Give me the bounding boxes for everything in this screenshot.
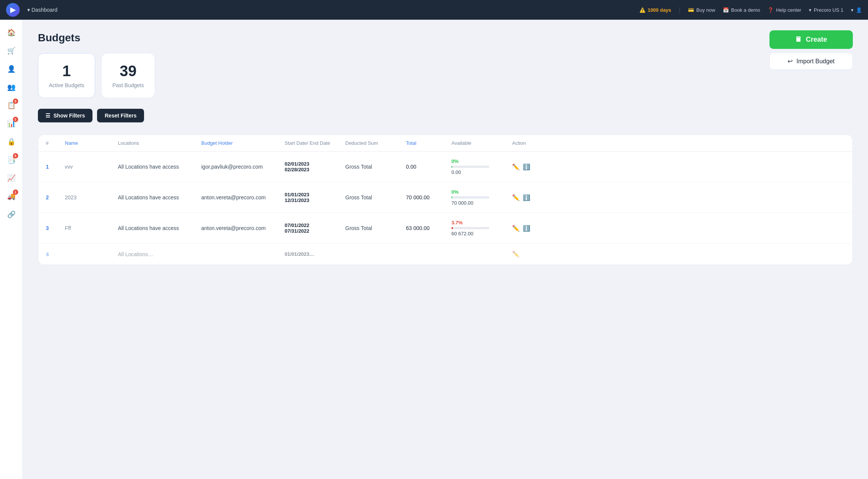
buy-now-link[interactable]: 💳 Buy now [688,7,715,13]
row-1-pct: 0% [451,158,512,164]
row-2-holder: anton.vereta@precoro.com [201,194,285,200]
page-title: Budgets [38,32,853,44]
table-row: 1 vvv All Locations have access igor.pav… [38,152,852,182]
row-3-locations: All Locations have access [118,225,201,231]
info-icon[interactable]: ℹ️ [523,163,530,171]
delivery-badge: 1 [13,189,18,195]
edit-icon[interactable]: ✏️ [512,163,520,171]
row-1-name: vvv [65,164,118,170]
budgets-table: # Name Locations Budget Holder Start Dat… [38,135,853,265]
dashboard-link[interactable]: ▾ Dashboard [27,7,58,13]
row-2-progress-fill [451,196,452,199]
row-2-deducted: Gross Total [345,194,406,200]
row-2-total: 70 000.00 [406,194,451,200]
warning-icon: ⚠️ [639,7,646,13]
info-icon[interactable]: ℹ️ [523,225,530,232]
import-icon: ↩ [788,58,793,65]
row-1-total: 0.00 [406,164,451,170]
row-1-actions: ✏️ ℹ️ [512,163,542,171]
app-logo[interactable]: ▶ [6,3,20,17]
active-count: 1 [49,63,84,80]
filter-icon: ☰ [45,113,50,119]
sidebar-item-integration[interactable]: 🔗 [3,206,20,223]
buy-now-label: Buy now [696,7,715,13]
main-content: Budgets 1 Active Budgets 39 Past Budgets… [23,20,868,479]
sidebar-item-orders[interactable]: 🛒 [3,42,20,59]
row-1-deducted: Gross Total [345,164,406,170]
row-2-dates: 01/01/202312/31/2023 [285,192,345,203]
col-locations: Locations [118,140,201,146]
help-center-link[interactable]: ❓ Help center [768,7,801,13]
row-1-avail-amount: 0.00 [451,169,512,175]
col-deducted-sum: Deducted Sum [345,140,406,146]
active-label: Active Budgets [49,82,84,89]
table-row: 2 2023 All Locations have access anton.v… [38,182,852,213]
sidebar-item-home[interactable]: 🏠 [3,24,20,41]
user-icon: 👤 [856,7,862,13]
row-3-avail-amount: 60 672.00 [451,231,512,236]
row-1-locations: All Locations have access [118,164,201,170]
sidebar-item-analytics[interactable]: 📊2 [3,115,20,132]
reset-filters-button[interactable]: Reset Filters [97,109,144,122]
col-name[interactable]: Name [65,140,118,146]
sidebar-item-users[interactable]: 👤 [3,61,20,77]
row-2-name: 2023 [65,194,118,200]
show-filters-button[interactable]: ☰ Show Filters [38,109,92,122]
user-profile-link[interactable]: ▾ 👤 [851,7,862,13]
col-total[interactable]: Total [406,140,451,146]
sidebar-item-team[interactable]: 👥 [3,79,20,95]
dashboard-label: Dashboard [31,7,58,13]
edit-icon[interactable]: ✏️ [512,250,520,258]
row-1-holder: igor.pavliuk@precoro.com [201,164,285,170]
sidebar-item-lock[interactable]: 🔒 [3,133,20,150]
sidebar-item-chart[interactable]: 📈 [3,170,20,186]
past-label: Past Budgets [112,82,144,89]
row-2-pct: 0% [451,189,512,195]
chevron-down-icon: ▾ [27,7,30,13]
row-3-progress-bar [451,227,489,229]
past-budgets-card[interactable]: 39 Past Budgets [101,53,155,98]
top-right-actions: 🖩 Create ↩ Import Budget [769,30,853,70]
past-count: 39 [112,63,144,80]
sidebar-item-reports[interactable]: 📑5 [3,152,20,168]
row-2-progress-bar [451,196,489,199]
buy-icon: 💳 [688,7,694,13]
import-label: Import Budget [796,58,835,65]
edit-icon[interactable]: ✏️ [512,194,520,201]
import-budget-button[interactable]: ↩ Import Budget [769,53,853,70]
row-2-actions: ✏️ ℹ️ [512,194,542,201]
table-row: 4 All Locations… 01/01/2023… ✏️ [38,244,852,265]
table-header: # Name Locations Budget Holder Start Dat… [38,135,852,152]
sidebar-item-requests[interactable]: 📋3 [3,97,20,114]
col-num: # [46,140,65,146]
warning-days[interactable]: ⚠️ 1000 days [639,7,671,13]
row-2-available: 0% 70 000.00 [451,189,512,206]
row-1-dates: 02/01/202302/28/2023 [285,161,345,172]
col-action: Action [512,140,542,146]
demo-icon: 📅 [723,7,729,13]
active-budgets-card[interactable]: 1 Active Budgets [38,53,95,98]
chevron-down-icon-org: ▾ [809,7,812,13]
row-1-progress-fill [451,166,452,168]
book-demo-link[interactable]: 📅 Book a demo [723,7,760,13]
row-3-progress-fill [451,227,453,229]
row-3-num: 3 [46,225,65,231]
col-start-end-date: Start Date/ End Date [285,140,345,146]
org-name-label: Precoro US 1 [814,7,843,13]
row-4-locations: All Locations… [118,251,201,257]
row-3-deducted: Gross Total [345,225,406,231]
help-center-label: Help center [776,7,801,13]
col-budget-holder[interactable]: Budget Holder [201,140,285,146]
sidebar-item-delivery[interactable]: 🚚1 [3,188,20,205]
help-icon: ❓ [768,7,774,13]
warning-days-text: 1000 days [648,7,671,13]
edit-icon[interactable]: ✏️ [512,225,520,232]
row-3-dates: 07/01/202207/31/2022 [285,222,345,234]
info-icon[interactable]: ℹ️ [523,194,530,201]
stats-row: 1 Active Budgets 39 Past Budgets [38,53,853,98]
org-selector[interactable]: ▾ Precoro US 1 [809,7,843,13]
row-3-name: Fff [65,225,118,231]
row-1-available: 0% 0.00 [451,158,512,175]
create-button[interactable]: 🖩 Create [769,30,853,49]
create-label: Create [806,36,827,44]
